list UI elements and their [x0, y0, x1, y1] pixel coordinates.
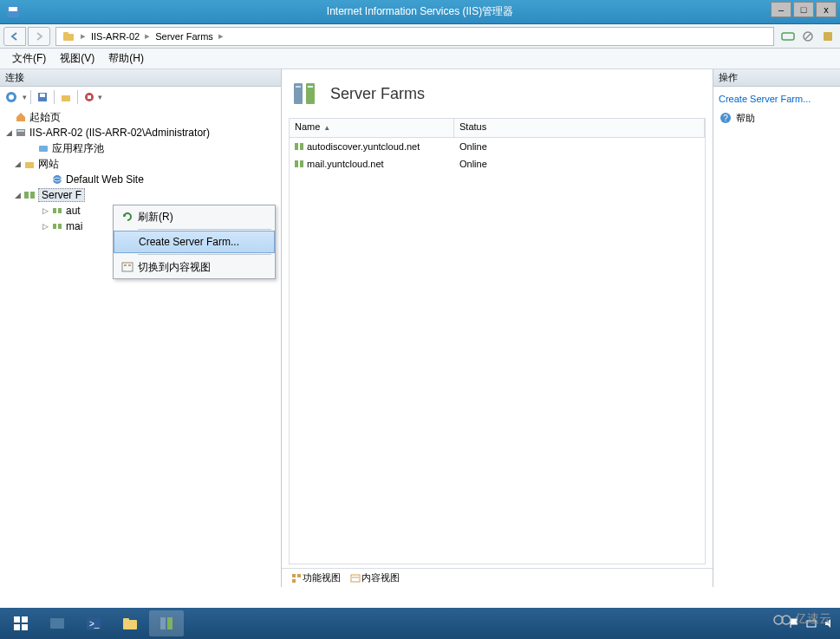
breadcrumb-section[interactable]: Server Farms [155, 31, 213, 42]
taskbar: >_ [0, 608, 840, 639]
tree-label: Server F [38, 188, 85, 202]
action-help[interactable]: ? 帮助 [717, 108, 837, 128]
col-name[interactable]: Name▲ [290, 119, 454, 137]
svg-text:?: ? [723, 114, 728, 123]
minimize-button[interactable]: – [771, 2, 791, 17]
svg-rect-20 [24, 192, 29, 199]
menu-help[interactable]: 帮助(H) [101, 49, 151, 68]
tab-content-view[interactable]: 内容视图 [346, 570, 403, 586]
start-button[interactable] [3, 610, 38, 636]
action-label: 帮助 [736, 112, 755, 125]
content-view-icon [349, 572, 361, 584]
ctx-create-server-farm[interactable]: Create Server Farm... [114, 231, 275, 253]
content-header: Server Farms [282, 73, 713, 114]
svg-rect-40 [351, 575, 360, 582]
taskbar-iis-manager[interactable] [149, 610, 184, 636]
menu-view[interactable]: 视图(V) [53, 49, 101, 68]
row-name: mail.yuntcloud.net [307, 159, 384, 169]
taskbar-server-manager[interactable] [40, 610, 75, 636]
toolbar-separator [54, 90, 55, 104]
svg-rect-1 [9, 7, 17, 11]
expander-icon[interactable]: ◢ [12, 191, 23, 199]
actions-panel: 操作 Create Server Farm... ? 帮助 [713, 69, 840, 587]
forward-button[interactable] [28, 27, 50, 46]
svg-point-9 [9, 95, 14, 100]
ctx-label: 刷新(R) [138, 210, 173, 225]
actions-header: 操作 [713, 69, 840, 87]
folder-icon[interactable] [58, 89, 74, 105]
taskbar-powershell[interactable]: >_ [76, 610, 111, 636]
svg-rect-34 [300, 143, 303, 150]
expander-icon[interactable]: ◢ [12, 160, 23, 168]
svg-rect-18 [25, 162, 34, 168]
list-row[interactable]: mail.yuntcloud.net Online [290, 155, 705, 173]
tree-label: aut [66, 205, 81, 217]
tree-start-page[interactable]: 起始页 [0, 109, 281, 125]
connections-toolbar: ▾ ▾ [0, 87, 281, 108]
expander-icon[interactable]: ◢ [3, 128, 14, 137]
link-icon[interactable] [779, 28, 797, 45]
server-icon [14, 126, 28, 140]
ctx-refresh[interactable]: 刷新(R) [114, 205, 275, 228]
blank-icon [118, 233, 139, 251]
svg-rect-7 [824, 32, 832, 41]
ctx-separator [138, 254, 271, 255]
back-button[interactable] [3, 27, 26, 46]
action-create-server-farm[interactable]: Create Server Farm... [717, 90, 837, 108]
connections-panel: 连接 ▾ ▾ 起始页 ◢ IIS-ARR-02 (IIS-ARR-02\Admi… [0, 69, 282, 587]
row-name: autodiscover.yuntcloud.net [307, 141, 420, 152]
tree-label: Default Web Site [66, 173, 144, 186]
watermark-icon [772, 612, 793, 626]
breadcrumb-sep: ▸ [145, 30, 150, 42]
dropdown-arrow-icon[interactable]: ▾ [23, 93, 27, 101]
window-controls: – □ x [771, 2, 837, 17]
svg-rect-22 [53, 208, 56, 213]
expander-icon[interactable]: ▷ [40, 206, 50, 215]
svg-rect-23 [58, 208, 62, 213]
toolbar-separator [77, 90, 78, 104]
globe-icon [50, 173, 64, 186]
list-row[interactable]: autodiscover.yuntcloud.net Online [290, 138, 705, 155]
col-status[interactable]: Status [454, 119, 705, 137]
stop-icon[interactable] [799, 28, 817, 45]
breadcrumb-host[interactable]: IIS-ARR-02 [91, 31, 140, 42]
maximize-button[interactable]: □ [793, 2, 814, 17]
tree-default-site[interactable]: Default Web Site [0, 172, 281, 187]
switch-view-icon [117, 258, 138, 276]
tree-label: 网站 [38, 157, 59, 172]
svg-rect-31 [296, 86, 301, 88]
help-icon: ? [719, 111, 733, 125]
list-header: Name▲ Status [290, 119, 705, 138]
tab-features-view[interactable]: 功能视图 [287, 570, 344, 586]
expander-icon[interactable]: ▷ [40, 222, 50, 231]
farm-item-icon [293, 140, 305, 153]
tree-sites[interactable]: ◢ 网站 [0, 156, 281, 172]
close-button[interactable]: x [816, 2, 837, 17]
breadcrumb[interactable]: ▸ IIS-ARR-02 ▸ Server Farms ▸ [55, 27, 774, 46]
menu-file[interactable]: 文件(F) [5, 49, 53, 68]
tree-host[interactable]: ◢ IIS-ARR-02 (IIS-ARR-02\Administrator) [0, 125, 281, 140]
watermark-text: 亿速云 [795, 611, 831, 627]
help-toolbar-icon[interactable] [819, 28, 837, 45]
ctx-switch-view[interactable]: 切换到内容视图 [114, 256, 275, 278]
sites-icon [23, 157, 36, 171]
recent-dropdown-icon[interactable]: ▾ [98, 93, 102, 101]
toolbar-separator [30, 90, 31, 104]
breadcrumb-sep: ▸ [218, 30, 224, 42]
tree-app-pools[interactable]: 应用程序池 [0, 140, 281, 156]
tree-server-farms[interactable]: ◢ Server F [0, 187, 281, 203]
svg-rect-39 [292, 579, 296, 583]
connect-icon[interactable] [3, 89, 19, 105]
refresh-icon [117, 208, 138, 225]
svg-rect-2 [63, 34, 74, 41]
ctx-label: Create Server Farm... [139, 236, 239, 248]
app-icon [5, 3, 23, 21]
save-icon[interactable] [35, 89, 50, 105]
titlebar: Internet Information Services (IIS)管理器 –… [0, 0, 840, 24]
svg-rect-48 [50, 618, 64, 629]
taskbar-explorer[interactable] [113, 610, 147, 636]
tab-label: 内容视图 [361, 571, 400, 584]
stop-connection-icon[interactable] [81, 89, 97, 105]
tree-label: IIS-ARR-02 (IIS-ARR-02\Administrator) [29, 127, 210, 139]
svg-rect-14 [88, 95, 91, 99]
